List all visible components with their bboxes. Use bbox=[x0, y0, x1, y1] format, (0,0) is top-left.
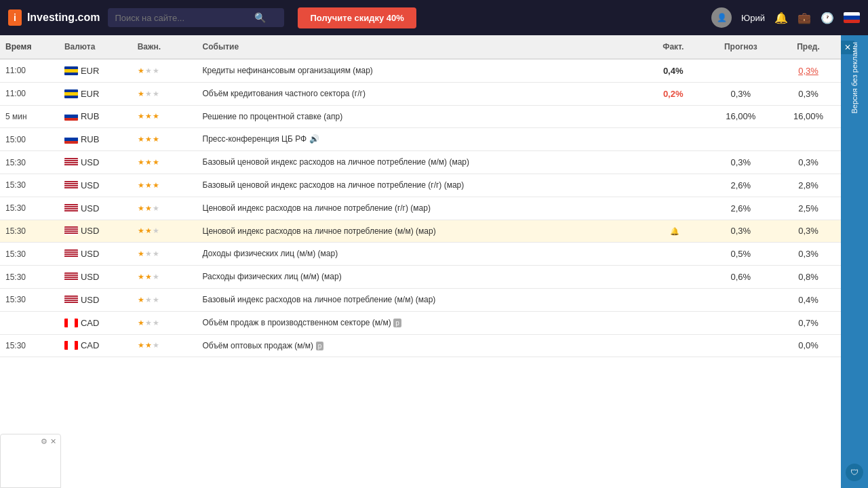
logo[interactable]: i Investing.com bbox=[8, 9, 100, 26]
importance-stars: ★★★ bbox=[138, 89, 192, 98]
side-ad-text[interactable]: Версия без рекламы bbox=[846, 35, 863, 141]
event-prev: 16,00% bbox=[776, 105, 841, 128]
user-name: Юрий bbox=[741, 13, 765, 23]
event-time: 15:30 bbox=[0, 174, 59, 197]
event-text: Объём продаж в производственном секторе … bbox=[203, 318, 391, 327]
col-time: Время bbox=[0, 35, 59, 59]
currency-flag bbox=[64, 181, 78, 190]
event-name: Базовый индекс расходов на личное потреб… bbox=[197, 288, 641, 311]
star-3: ★ bbox=[153, 112, 159, 121]
search-input[interactable] bbox=[115, 13, 250, 23]
event-forecast bbox=[706, 59, 776, 82]
event-time: 11:00 bbox=[0, 82, 59, 105]
event-forecast bbox=[706, 334, 776, 357]
sound-icon: 🔊 bbox=[309, 134, 319, 144]
event-fact bbox=[641, 105, 706, 128]
currency-code: USD bbox=[81, 295, 99, 305]
star-2: ★ bbox=[145, 66, 152, 75]
event-name: Ценовой индекс расходов на личное потреб… bbox=[197, 197, 641, 220]
briefcase-icon[interactable]: 💼 bbox=[797, 12, 811, 24]
currency-flag bbox=[64, 296, 78, 304]
importance-stars: ★★★ bbox=[138, 66, 192, 75]
currency-flag bbox=[64, 226, 78, 235]
event-time: 15:30 bbox=[0, 151, 59, 174]
star-3: ★ bbox=[153, 226, 159, 235]
event-prev: 2,5% bbox=[776, 197, 841, 220]
star-3: ★ bbox=[153, 296, 159, 304]
event-currency: EUR bbox=[59, 82, 132, 105]
event-forecast: 2,6% bbox=[706, 197, 776, 220]
event-importance: ★★★ bbox=[132, 197, 197, 220]
event-fact: 0,2% bbox=[641, 82, 706, 105]
importance-stars: ★★★ bbox=[138, 181, 192, 190]
event-importance: ★★★ bbox=[132, 288, 197, 311]
avatar: 👤 bbox=[711, 7, 732, 28]
event-fact bbox=[641, 288, 706, 311]
event-forecast: 0,5% bbox=[706, 243, 776, 266]
event-time: 15:30 bbox=[0, 243, 59, 266]
star-2: ★ bbox=[145, 249, 152, 258]
event-time: 15:30 bbox=[0, 334, 59, 357]
event-importance: ★★★ bbox=[132, 334, 197, 357]
currency-code: CAD bbox=[81, 318, 99, 328]
event-prev: 0,7% bbox=[776, 311, 841, 334]
event-forecast: 0,3% bbox=[706, 151, 776, 174]
alert-bell-icon[interactable]: 🔔 bbox=[670, 227, 679, 235]
event-text: Ценовой индекс расходов на личное потреб… bbox=[203, 226, 436, 236]
event-name: Доходы физических лиц (м/м) (мар) bbox=[197, 243, 641, 266]
importance-stars: ★★★ bbox=[138, 341, 192, 350]
logo-text: Investing.com bbox=[27, 12, 100, 24]
event-forecast: 0,3% bbox=[706, 220, 776, 243]
event-fact bbox=[641, 174, 706, 197]
star-3: ★ bbox=[153, 341, 159, 350]
star-1: ★ bbox=[138, 181, 144, 190]
event-importance: ★★★ bbox=[132, 151, 197, 174]
events-table: Время Валюта Важн. Событие Факт. Прогноз… bbox=[0, 35, 841, 357]
importance-stars: ★★★ bbox=[138, 226, 192, 235]
search-bar: 🔍 bbox=[108, 8, 284, 27]
event-fact: 0,4% bbox=[641, 59, 706, 82]
star-1: ★ bbox=[138, 135, 144, 144]
star-1: ★ bbox=[138, 158, 144, 167]
star-1: ★ bbox=[138, 204, 144, 213]
table-header-row: Время Валюта Важн. Событие Факт. Прогноз… bbox=[0, 35, 841, 59]
event-forecast bbox=[706, 128, 776, 151]
search-icon[interactable]: 🔍 bbox=[254, 12, 266, 23]
discount-button[interactable]: Получите скидку 40% bbox=[298, 7, 416, 28]
side-shield-icon[interactable]: 🛡 bbox=[846, 464, 863, 481]
event-currency: CAD bbox=[59, 334, 132, 357]
currency-flag bbox=[64, 135, 78, 144]
event-forecast: 0,6% bbox=[706, 266, 776, 289]
star-3: ★ bbox=[153, 135, 159, 144]
star-2: ★ bbox=[145, 319, 152, 327]
clock-icon[interactable]: 🕐 bbox=[821, 12, 834, 24]
table-row: 15:30 USD ★★★ Базовый индекс расходов на… bbox=[0, 288, 841, 311]
importance-stars: ★★★ bbox=[138, 112, 192, 121]
currency-code: EUR bbox=[81, 66, 99, 76]
bell-icon[interactable]: 🔔 bbox=[774, 12, 788, 24]
event-fact: 🔔 bbox=[641, 220, 706, 243]
star-3: ★ bbox=[153, 66, 159, 75]
main-content: Время Валюта Важн. Событие Факт. Прогноз… bbox=[0, 35, 868, 488]
event-importance: ★★★ bbox=[132, 243, 197, 266]
star-1: ★ bbox=[138, 296, 144, 304]
widget-gear-icon[interactable]: ⚙ bbox=[41, 437, 47, 446]
event-time: 5 мин bbox=[0, 105, 59, 128]
widget-close-icon[interactable]: ✕ bbox=[50, 437, 56, 446]
event-forecast: 0,3% bbox=[706, 82, 776, 105]
currency-flag bbox=[64, 341, 78, 350]
star-3: ★ bbox=[153, 181, 159, 190]
col-currency: Валюта bbox=[59, 35, 132, 59]
currency-code: USD bbox=[81, 249, 99, 259]
language-flag[interactable] bbox=[844, 12, 860, 23]
currency-code: USD bbox=[81, 226, 99, 236]
star-1: ★ bbox=[138, 341, 144, 350]
event-text: Расходы физических лиц (м/м) (мар) bbox=[203, 272, 342, 281]
event-fact bbox=[641, 197, 706, 220]
importance-stars: ★★★ bbox=[138, 158, 192, 167]
star-3: ★ bbox=[153, 249, 159, 258]
event-importance: ★★★ bbox=[132, 59, 197, 82]
star-3: ★ bbox=[153, 204, 159, 213]
table-row: 5 мин RUB ★★★ Решение по процентной став… bbox=[0, 105, 841, 128]
importance-stars: ★★★ bbox=[138, 249, 192, 258]
